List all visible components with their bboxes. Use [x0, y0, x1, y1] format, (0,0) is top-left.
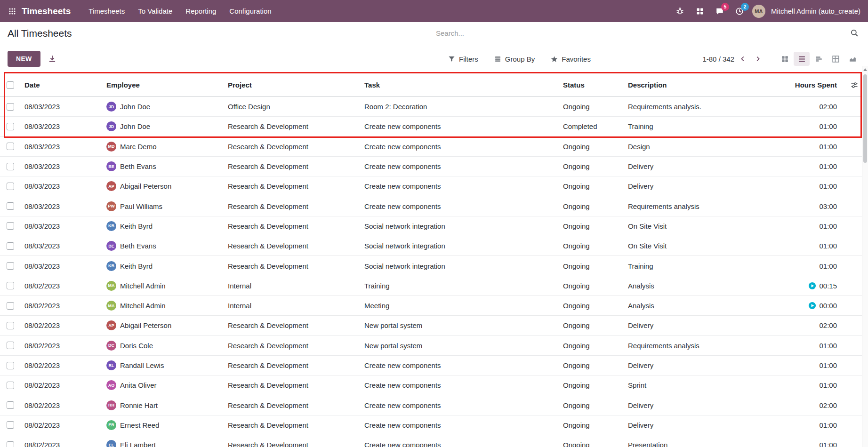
cell-task: New portal system — [361, 321, 559, 329]
cell-status: Ongoing — [559, 162, 624, 170]
table-row[interactable]: 08/03/2023 PW Paul Williams Research & D… — [0, 196, 868, 216]
cell-task: Social network integration — [361, 262, 559, 270]
menu-configuration[interactable]: Configuration — [224, 4, 277, 18]
timer-play-icon[interactable] — [808, 282, 816, 290]
employee-name: Abigail Peterson — [120, 321, 171, 329]
table-row[interactable]: 08/03/2023 KB Keith Byrd Research & Deve… — [0, 216, 868, 236]
messages-icon[interactable]: 5 — [713, 4, 727, 18]
row-checkbox[interactable] — [7, 183, 14, 190]
search-bar[interactable] — [433, 22, 860, 44]
row-checkbox[interactable] — [7, 441, 14, 447]
scrollbar-up-arrow[interactable] — [863, 68, 867, 71]
cell-employee: DC Doris Cole — [103, 341, 224, 351]
table-row[interactable]: 08/02/2023 MA Mitchell Admin Internal Me… — [0, 296, 868, 316]
table-row[interactable]: 08/02/2023 ER Ernest Reed Research & Dev… — [0, 415, 868, 435]
cell-employee: BE Beth Evans — [103, 161, 224, 171]
user-name[interactable]: Mitchell Admin (auto_create) — [771, 7, 860, 15]
row-checkbox[interactable] — [7, 421, 14, 429]
cell-project: Research & Development — [224, 162, 361, 170]
table-row[interactable]: 08/03/2023 BE Beth Evans Research & Deve… — [0, 157, 868, 176]
hours-value: 01:00 — [819, 162, 837, 170]
cell-project: Research & Development — [224, 401, 361, 409]
apps-grid-icon[interactable] — [693, 4, 707, 18]
cell-project: Research & Development — [224, 361, 361, 369]
table-row[interactable]: 08/02/2023 RH Ronnie Hart Research & Dev… — [0, 395, 868, 415]
user-avatar[interactable]: MA — [752, 5, 765, 18]
menu-to-validate[interactable]: To Validate — [132, 4, 178, 18]
view-gantt-icon[interactable] — [811, 52, 827, 66]
column-header-status[interactable]: Status — [559, 81, 624, 89]
employee-avatar: EL — [106, 440, 116, 447]
scrollbar-thumb[interactable] — [863, 74, 867, 163]
pager-next-icon[interactable] — [751, 52, 764, 65]
table-row[interactable]: 08/03/2023 AP Abigail Peterson Research … — [0, 176, 868, 196]
vertical-scrollbar[interactable] — [862, 66, 868, 447]
filters-button[interactable]: Filters — [448, 55, 478, 63]
cell-status: Completed — [559, 122, 624, 130]
table-row[interactable]: 08/02/2023 MA Mitchell Admin Internal Tr… — [0, 276, 868, 296]
favorites-button[interactable]: Favorites — [551, 55, 591, 63]
view-kanban-icon[interactable] — [777, 52, 793, 66]
cell-date: 08/03/2023 — [21, 202, 103, 210]
debug-bug-icon[interactable] — [673, 4, 687, 18]
row-checkbox[interactable] — [7, 362, 14, 369]
pager-previous-icon[interactable] — [736, 52, 749, 65]
cell-project: Research & Development — [224, 381, 361, 389]
table-row[interactable]: 08/03/2023 JD John Doe Office Design Roo… — [0, 97, 868, 117]
group-by-button[interactable]: Group By — [494, 55, 535, 63]
column-header-date[interactable]: Date — [21, 81, 103, 89]
hours-value: 03:00 — [819, 202, 837, 210]
table-row[interactable]: 08/02/2023 DC Doris Cole Research & Deve… — [0, 336, 868, 356]
row-checkbox[interactable] — [7, 282, 14, 289]
employee-avatar: DC — [106, 341, 116, 351]
timer-play-icon[interactable] — [808, 302, 816, 310]
row-checkbox[interactable] — [7, 342, 14, 349]
cell-hours-spent: 01:00 — [770, 342, 841, 350]
table-row[interactable]: 08/02/2023 AP Abigail Peterson Research … — [0, 316, 868, 335]
select-all-checkbox[interactable] — [7, 81, 14, 89]
view-pivot-icon[interactable] — [828, 52, 844, 66]
view-list-icon[interactable] — [794, 52, 810, 66]
row-checkbox[interactable] — [7, 222, 14, 230]
new-button[interactable]: NEW — [8, 51, 40, 67]
column-header-task[interactable]: Task — [361, 81, 559, 89]
search-icon[interactable] — [850, 29, 859, 37]
column-header-employee[interactable]: Employee — [103, 81, 224, 89]
row-checkbox[interactable] — [7, 242, 14, 250]
column-header-hours-spent[interactable]: Hours Spent — [770, 81, 841, 89]
table-row[interactable]: 08/03/2023 JD John Doe Research & Develo… — [0, 117, 868, 136]
view-graph-icon[interactable] — [844, 52, 860, 66]
pager-range[interactable]: 1-80 / 342 — [702, 55, 734, 63]
row-checkbox[interactable] — [7, 202, 14, 210]
table-row[interactable]: 08/03/2023 KB Keith Byrd Research & Deve… — [0, 256, 868, 276]
row-checkbox[interactable] — [7, 322, 14, 329]
row-checkbox[interactable] — [7, 103, 14, 111]
row-checkbox[interactable] — [7, 302, 14, 310]
activities-clock-icon[interactable]: 2 — [732, 4, 747, 18]
table-row[interactable]: 08/02/2023 EL Eli Lambert Research & Dev… — [0, 435, 868, 447]
cell-employee: PW Paul Williams — [103, 201, 224, 211]
hours-value: 01:00 — [819, 381, 837, 389]
row-checkbox[interactable] — [7, 401, 14, 409]
row-checkbox[interactable] — [7, 163, 14, 170]
column-header-project[interactable]: Project — [224, 81, 361, 89]
cell-task: Create new components — [361, 143, 559, 151]
menu-timesheets[interactable]: Timesheets — [83, 4, 130, 18]
hours-value: 01:00 — [819, 143, 837, 151]
search-input[interactable] — [435, 29, 850, 38]
row-checkbox[interactable] — [7, 382, 14, 389]
row-checkbox[interactable] — [7, 123, 14, 130]
table-row[interactable]: 08/02/2023 AO Anita Oliver Research & De… — [0, 375, 868, 395]
menu-reporting[interactable]: Reporting — [180, 4, 222, 18]
export-download-icon[interactable] — [48, 55, 56, 63]
hours-value: 00:00 — [819, 302, 837, 310]
apps-menu-icon[interactable] — [5, 4, 20, 19]
row-checkbox[interactable] — [7, 143, 14, 150]
employee-name: Randall Lewis — [120, 361, 164, 369]
table-row[interactable]: 08/02/2023 RL Randall Lewis Research & D… — [0, 356, 868, 375]
row-checkbox[interactable] — [7, 262, 14, 270]
cell-date: 08/02/2023 — [21, 441, 103, 447]
table-row[interactable]: 08/03/2023 BE Beth Evans Research & Deve… — [0, 236, 868, 256]
column-header-description[interactable]: Description — [624, 81, 770, 89]
table-row[interactable]: 08/03/2023 MD Marc Demo Research & Devel… — [0, 137, 868, 157]
